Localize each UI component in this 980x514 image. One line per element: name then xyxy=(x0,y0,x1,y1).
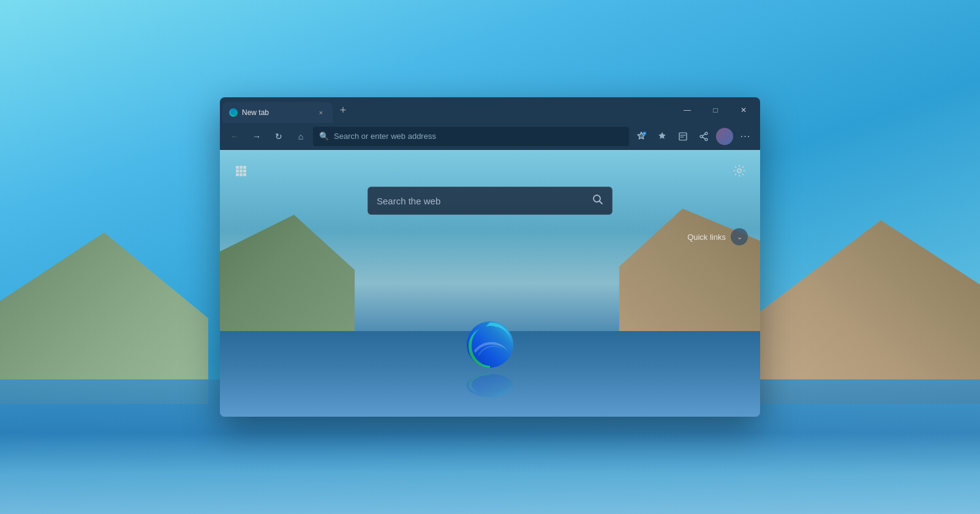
tab-area: New tab × + xyxy=(220,97,671,123)
address-text: Search or enter web address xyxy=(334,132,623,141)
address-search-icon: 🔍 xyxy=(319,132,329,141)
quick-links-dropdown-button[interactable]: ⌄ xyxy=(731,228,748,245)
window-controls: — □ ✕ xyxy=(671,97,760,123)
svg-rect-10 xyxy=(243,166,246,169)
svg-point-0 xyxy=(229,108,238,117)
browser-tab[interactable]: New tab × xyxy=(222,102,333,123)
maximize-button[interactable]: □ xyxy=(701,100,729,120)
share-icon xyxy=(699,132,709,141)
svg-point-20 xyxy=(467,374,513,397)
svg-line-7 xyxy=(703,137,705,139)
apps-grid-button[interactable] xyxy=(231,161,251,181)
forward-button[interactable]: → xyxy=(247,127,266,146)
desktop-mountain-left xyxy=(0,233,208,404)
apps-grid-icon xyxy=(235,165,246,176)
tab-label: New tab xyxy=(242,108,312,117)
svg-point-3 xyxy=(700,135,703,138)
favorites-icon xyxy=(636,132,646,141)
title-bar: New tab × + — □ ✕ xyxy=(220,97,760,123)
search-placeholder: Search the web xyxy=(377,196,586,206)
svg-point-4 xyxy=(705,132,707,135)
svg-rect-16 xyxy=(243,173,246,176)
navigation-bar: ← → ↻ ⌂ 🔍 Search or enter web address xyxy=(220,123,760,150)
toolbar-icons: ··· xyxy=(631,127,755,146)
new-tab-button[interactable]: + xyxy=(333,104,353,117)
collections-button[interactable] xyxy=(652,127,672,146)
svg-rect-9 xyxy=(239,166,243,169)
svg-point-5 xyxy=(705,138,707,141)
refresh-icon: ↻ xyxy=(275,132,282,141)
search-magnifier-icon xyxy=(592,194,603,207)
quick-links-container: Quick links ⌄ xyxy=(687,228,748,245)
tab-close-button[interactable]: × xyxy=(315,107,326,118)
share-button[interactable] xyxy=(694,127,714,146)
quick-links-label: Quick links xyxy=(687,233,726,242)
home-button[interactable]: ⌂ xyxy=(291,127,311,146)
reading-list-button[interactable] xyxy=(673,127,693,146)
search-container: Search the web xyxy=(368,187,612,215)
svg-line-18 xyxy=(600,201,603,204)
newtab-settings-button[interactable] xyxy=(729,161,749,181)
favorites-star-button[interactable] xyxy=(631,127,651,146)
address-bar[interactable]: 🔍 Search or enter web address xyxy=(313,127,629,146)
content-area: Search the web Quick links ⌄ xyxy=(220,150,760,417)
svg-rect-12 xyxy=(239,169,243,173)
forward-icon: → xyxy=(252,132,261,141)
tab-favicon-icon xyxy=(228,108,238,117)
more-options-button[interactable]: ··· xyxy=(736,127,755,146)
refresh-button[interactable]: ↻ xyxy=(269,127,288,146)
profile-avatar xyxy=(716,128,733,145)
collections-icon xyxy=(657,132,667,141)
desktop-mountain-right xyxy=(760,220,980,404)
settings-gear-icon xyxy=(733,165,745,177)
reading-list-icon xyxy=(678,132,688,141)
more-icon: ··· xyxy=(741,131,750,142)
svg-rect-13 xyxy=(243,169,246,173)
back-button[interactable]: ← xyxy=(225,127,244,146)
edge-logo xyxy=(466,320,514,369)
svg-rect-14 xyxy=(236,173,239,176)
profile-button[interactable] xyxy=(715,127,734,146)
home-icon: ⌂ xyxy=(298,132,303,141)
edge-logo-reflection xyxy=(466,379,514,398)
back-icon: ← xyxy=(230,132,239,141)
svg-rect-15 xyxy=(239,173,243,176)
quick-links-chevron-icon: ⌄ xyxy=(737,233,742,241)
svg-rect-8 xyxy=(236,166,239,169)
edge-logo-svg xyxy=(466,320,514,369)
minimize-button[interactable]: — xyxy=(673,100,701,120)
search-box[interactable]: Search the web xyxy=(368,187,612,215)
svg-rect-2 xyxy=(679,133,687,140)
svg-rect-11 xyxy=(236,169,239,173)
browser-window: New tab × + — □ ✕ ← → ↻ ⌂ 🔍 Sear xyxy=(220,97,760,417)
svg-line-6 xyxy=(703,134,705,136)
close-button[interactable]: ✕ xyxy=(729,100,758,120)
